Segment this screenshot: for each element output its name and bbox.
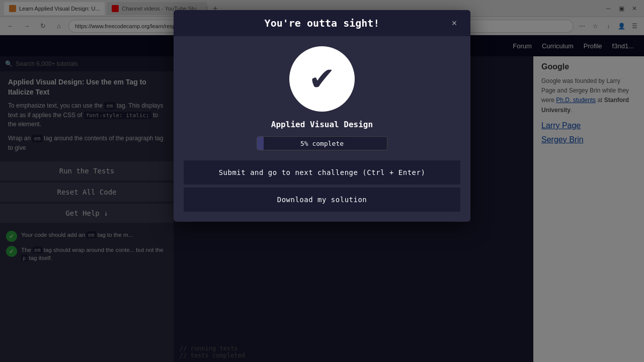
modal-title: You're outta sight! [196, 17, 448, 29]
progress-bar-label: 5% complete [300, 140, 344, 147]
success-modal: You're outta sight! × ✔ Applied Visual D… [174, 10, 470, 222]
progress-bar-fill [257, 137, 264, 150]
challenge-name: Applied Visual Design [271, 120, 373, 129]
modal-body: ✔ Applied Visual Design 5% complete Subm… [174, 36, 470, 222]
modal-actions: Submit and go to next challenge (Ctrl + … [184, 160, 460, 212]
submit-next-button[interactable]: Submit and go to next challenge (Ctrl + … [184, 160, 460, 185]
download-solution-button[interactable]: Download my solution [184, 188, 460, 212]
success-circle: ✔ [289, 46, 355, 112]
modal-close-button[interactable]: × [448, 17, 460, 29]
checkmark-icon: ✔ [308, 63, 336, 95]
modal-header: You're outta sight! × [174, 10, 470, 36]
progress-bar-container: 5% complete [257, 136, 387, 150]
modal-overlay[interactable]: You're outta sight! × ✔ Applied Visual D… [0, 0, 644, 362]
